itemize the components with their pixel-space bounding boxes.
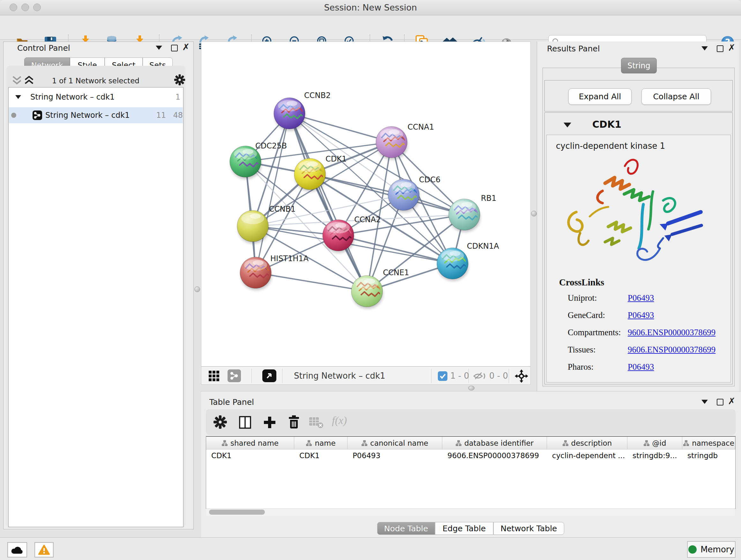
collapse-all-button[interactable]: Collapse All [642, 88, 711, 105]
column-header-label: shared name [230, 439, 279, 447]
add-column-icon[interactable] [263, 416, 276, 429]
network-graph[interactable]: CCNB2CCNA1CDC25BCDK1CDC6RB1CCNB1CCNA2CDK… [201, 42, 531, 367]
protein-name: CDK1 [592, 119, 621, 130]
column-header-id[interactable]: @id [627, 437, 682, 449]
tree-row-network[interactable]: String Network – cdk1 11 48 [9, 107, 183, 123]
node-label-HIST1H1A: HIST1H1A [270, 254, 309, 263]
string-app-icon [32, 111, 42, 120]
node-label-CCNB1: CCNB1 [269, 205, 295, 213]
fit-selected-crosshair-icon[interactable] [515, 369, 529, 383]
column-tree-icon [455, 440, 462, 446]
column-header-label: @id [652, 439, 666, 447]
control-panel-close-button[interactable]: ✗ [182, 44, 190, 51]
network-tree [8, 87, 184, 527]
crosslink-link[interactable]: 9606.ENSP00000378699 [628, 327, 716, 337]
tree-network-edge-count: 48 [167, 111, 183, 120]
gear-icon[interactable] [174, 74, 185, 85]
tree-collection-count: 1 [165, 92, 180, 102]
selected-checkbox[interactable] [438, 371, 448, 381]
status-network-name: String Network – cdk1 [294, 367, 385, 385]
memory-button[interactable]: Memory [687, 541, 736, 558]
delete-table-icon-disabled [309, 417, 324, 428]
column-header-sharedname[interactable]: shared name [206, 437, 294, 449]
column-header-description[interactable]: description [547, 437, 627, 449]
node-label-CCNE1: CCNE1 [383, 268, 409, 277]
grid-view-icon[interactable] [208, 370, 220, 382]
results-panel-float-button[interactable] [717, 45, 724, 52]
protein-structure-image [558, 152, 718, 271]
table-cell[interactable]: CDK1 [294, 449, 347, 462]
table-cell[interactable]: stringdb [682, 449, 735, 462]
tree-network-label: String Network – cdk1 [45, 111, 130, 120]
show-columns-icon[interactable] [239, 416, 252, 429]
collapse-all-icon[interactable] [11, 75, 22, 85]
expand-all-button[interactable]: Expand All [568, 88, 631, 105]
column-header-databaseidentifier[interactable]: database identifier [442, 437, 547, 449]
node-label-CCNB2: CCNB2 [304, 91, 331, 100]
left-splitter-handle[interactable] [194, 287, 200, 292]
table-panel-close-button[interactable]: ✗ [728, 398, 735, 405]
hidden-counts: 0 - 0 [489, 367, 508, 385]
column-header-name[interactable]: name [294, 437, 347, 449]
tab-node-table[interactable]: Node Table [377, 522, 435, 535]
status-separator [282, 369, 282, 383]
crosslink-link[interactable]: 9606.ENSP00000378699 [628, 345, 716, 355]
column-header-namespace[interactable]: namespace [682, 437, 735, 449]
crosslink-label: Tissues: [568, 345, 596, 355]
column-header-label: namespace [692, 439, 734, 447]
network-status-dot [11, 113, 16, 118]
tree-collection-label: String Network – cdk1 [30, 92, 115, 102]
results-panel-menu-icon[interactable] [701, 46, 708, 51]
protein-section-expander-icon[interactable] [563, 123, 571, 127]
table-cell[interactable]: P06493 [347, 449, 442, 462]
table-cell[interactable]: 9606.ENSP00000378699 [442, 449, 547, 462]
control-panel-menu-icon[interactable] [156, 46, 162, 50]
column-tree-icon [562, 440, 569, 446]
right-splitter-handle[interactable] [531, 211, 537, 216]
table-panel-title: Table Panel [209, 397, 254, 407]
crosslink-label: Pharos: [568, 362, 594, 372]
column-header-label: name [315, 439, 335, 447]
table-hscrollbar-track[interactable] [206, 508, 735, 516]
tree-expander-icon[interactable] [15, 95, 21, 99]
results-panel-close-button[interactable]: ✗ [728, 45, 735, 51]
memory-status-dot [688, 545, 697, 554]
table-cell[interactable]: cyclin-dependent ... [547, 449, 627, 462]
tab-network-table[interactable]: Network Table [493, 522, 564, 535]
network-status-bar: String Network – cdk1 1 - 0 0 - 0 [201, 367, 531, 385]
table-gear-icon[interactable] [213, 415, 227, 429]
tree-row-collection[interactable]: String Network – cdk1 1 [9, 89, 183, 105]
node-label-CDC25B: CDC25B [255, 141, 287, 150]
column-tree-icon [306, 440, 312, 446]
cloud-status-button[interactable] [7, 542, 27, 557]
warning-icon [38, 544, 50, 555]
status-separator [252, 369, 252, 383]
selected-counts: 1 - 0 [450, 367, 469, 385]
status-bar [0, 537, 741, 560]
column-tree-icon [361, 440, 367, 446]
table-row[interactable]: CDK1CDK1P064939606.ENSP00000378699cyclin… [206, 449, 735, 462]
expand-all-icon[interactable] [23, 75, 35, 85]
bottom-splitter-handle[interactable] [468, 386, 475, 390]
control-panel-title: Control Panel [17, 44, 70, 53]
table-cell[interactable]: stringdb:9... [627, 449, 682, 462]
table-panel-float-button[interactable] [717, 399, 724, 406]
column-header-label: database identifier [464, 439, 534, 447]
table-hscrollbar-thumb[interactable] [209, 509, 265, 515]
table-panel-menu-icon[interactable] [701, 400, 708, 404]
warning-status-button[interactable] [35, 542, 54, 557]
crosslink-link[interactable]: P06493 [628, 362, 654, 372]
birds-eye-view-icon[interactable] [262, 369, 276, 382]
delete-column-icon[interactable] [287, 415, 300, 429]
titlebar: Session: New Session [0, 0, 741, 15]
tab-edge-table[interactable]: Edge Table [435, 522, 493, 535]
crosslink-link[interactable]: P06493 [628, 293, 654, 303]
control-panel-float-button[interactable] [171, 45, 178, 51]
crosslinks-title: CrossLinks [559, 277, 604, 288]
table-cell[interactable]: CDK1 [206, 449, 294, 462]
column-tree-icon [221, 440, 228, 446]
tab-string[interactable]: String [621, 58, 657, 73]
network-share-icon[interactable] [227, 369, 241, 382]
crosslink-link[interactable]: P06493 [628, 310, 654, 320]
column-header-canonicalname[interactable]: canonical name [347, 437, 442, 449]
